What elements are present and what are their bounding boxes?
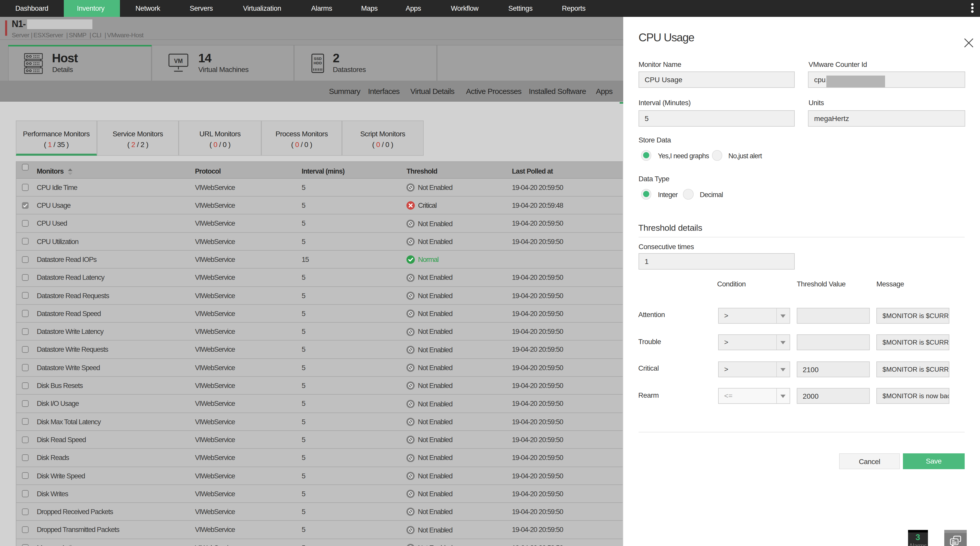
svg-text:SSD: SSD — [314, 56, 322, 61]
svg-text:HDD: HDD — [313, 61, 322, 65]
svg-text:VM: VM — [174, 58, 183, 64]
